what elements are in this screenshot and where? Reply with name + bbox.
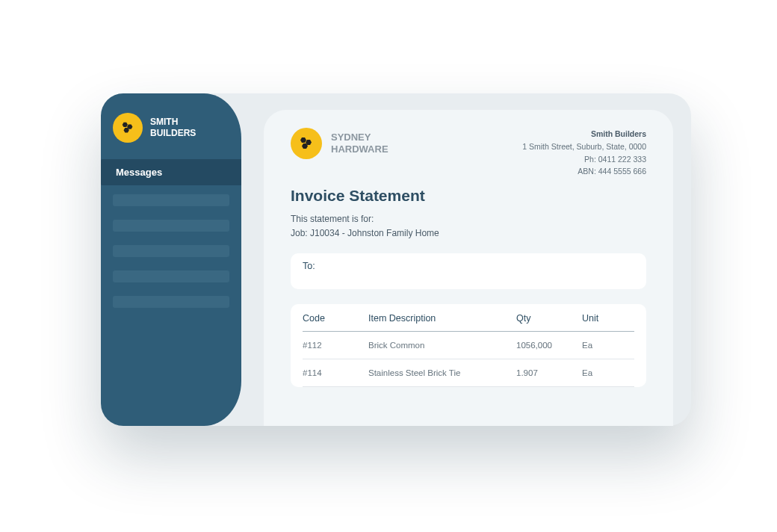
sidebar-company-name: SMITH BUILDERS <box>150 117 196 139</box>
sidebar-item-placeholder[interactable] <box>113 296 229 308</box>
bill-to-address: 1 Smith Street, Suburb, State, 0000 <box>522 140 646 153</box>
statement-meta: This statement is for: Job: J10034 - Joh… <box>291 212 646 241</box>
recipient-box: To: <box>291 253 646 289</box>
cell-code: #112 <box>303 341 362 350</box>
cell-qty: 1056,000 <box>516 341 576 350</box>
sidebar-item-placeholder[interactable] <box>113 220 229 232</box>
cell-unit: Ea <box>582 341 634 350</box>
sidebar-nav-placeholder <box>101 194 241 308</box>
invoice-document: SYDNEY HARDWARE Smith Builders 1 Smith S… <box>264 110 673 426</box>
app-window: SMITH BUILDERS Messages <box>101 93 691 426</box>
sidebar: SMITH BUILDERS Messages <box>101 93 241 426</box>
statement-job: Job: J10034 - Johnston Family Home <box>291 226 646 241</box>
table-row: #112 Brick Common 1056,000 Ea <box>303 332 634 359</box>
statement-for-label: This statement is for: <box>291 212 646 226</box>
document-title: Invoice Statement <box>291 187 646 205</box>
th-unit: Unit <box>582 313 634 324</box>
th-qty: Qty <box>516 313 576 324</box>
svg-marker-0 <box>123 123 128 127</box>
cell-desc: Brick Common <box>368 341 510 350</box>
sidebar-item-placeholder[interactable] <box>113 270 229 282</box>
th-code: Code <box>303 313 362 324</box>
cell-code: #114 <box>303 368 362 377</box>
supplier-name: SYDNEY HARDWARE <box>331 132 388 156</box>
items-table: Code Item Description Qty Unit #112 Bric… <box>291 304 646 387</box>
svg-marker-3 <box>300 137 306 143</box>
document-header: SYDNEY HARDWARE Smith Builders 1 Smith S… <box>291 128 646 178</box>
company-logo-icon <box>113 113 143 143</box>
bill-to-abn: ABN: 444 5555 666 <box>522 165 646 178</box>
bill-to-name: Smith Builders <box>522 128 646 140</box>
table-row: #114 Stainless Steel Brick Tie 1.907 Ea <box>303 359 634 387</box>
th-desc: Item Description <box>368 313 510 324</box>
sidebar-item-placeholder[interactable] <box>113 194 229 206</box>
cell-desc: Stainless Steel Brick Tie <box>368 368 510 377</box>
bill-to-block: Smith Builders 1 Smith Street, Suburb, S… <box>522 128 646 178</box>
bill-to-phone: Ph: 0411 222 333 <box>522 153 646 166</box>
cell-qty: 1.907 <box>516 368 576 377</box>
supplier-brand: SYDNEY HARDWARE <box>291 128 388 159</box>
sidebar-header: SMITH BUILDERS <box>101 107 241 155</box>
supplier-logo-icon <box>291 128 322 159</box>
sidebar-item-messages[interactable]: Messages <box>101 159 241 185</box>
to-label: To: <box>303 261 315 271</box>
sidebar-item-placeholder[interactable] <box>113 245 229 257</box>
main-panel: SYDNEY HARDWARE Smith Builders 1 Smith S… <box>241 93 691 426</box>
cell-unit: Ea <box>582 368 634 377</box>
table-header-row: Code Item Description Qty Unit <box>303 313 634 332</box>
